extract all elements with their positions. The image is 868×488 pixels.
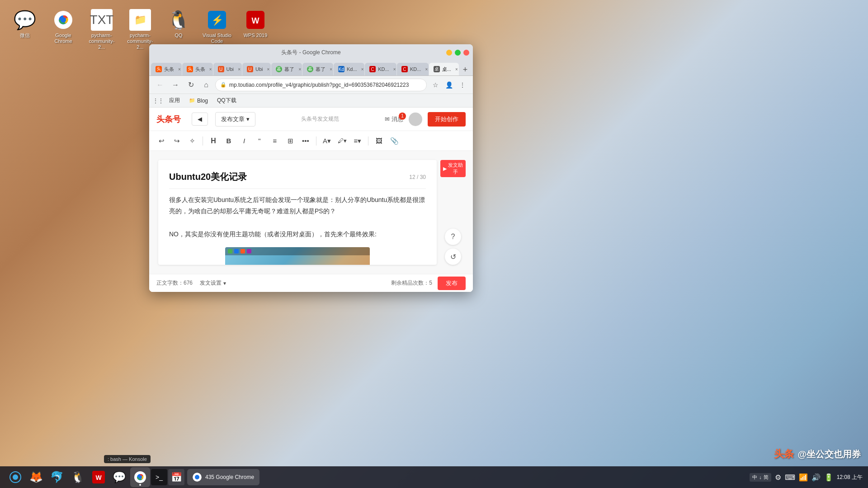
desktop-icon-pycharm1[interactable]: TXT pycharm-community-2... [86, 9, 118, 51]
svg-point-13 [138, 475, 142, 479]
tabs-bar: 头 头条 × 头 头条 × U Ubi × U Ubi × [149, 61, 473, 76]
forward-button[interactable]: → [169, 79, 182, 91]
bookmark-blog[interactable]: 📁 Blog [185, 97, 212, 105]
tab-7-favicon: Kd [338, 66, 344, 72]
messages-button[interactable]: ✉ 消息 1 [385, 115, 403, 123]
taskbar-app-qq[interactable]: 🐧 [68, 467, 88, 487]
editor-area: Ubuntu20美化记录 12 / 30 很多人在安装完Ubuntu系统之后可能… [149, 151, 473, 274]
desktop-icon-wechat[interactable]: 💬 微信 [9, 9, 41, 51]
heading-button[interactable]: H [207, 134, 220, 148]
tray-settings-icon[interactable]: ⚙ [775, 473, 781, 482]
start-create-button[interactable]: 开始创作 [428, 112, 466, 127]
bookmark-qqdownload[interactable]: QQ下载 [213, 96, 240, 105]
tab-2[interactable]: 头 头条 × [182, 63, 213, 75]
url-bar[interactable]: 🔒 mp.toutiao.com/profile_v4/graphic/publ… [215, 79, 427, 91]
home-button[interactable]: ⌂ [200, 79, 212, 91]
tab-8-close[interactable]: × [392, 66, 396, 72]
taskbar-app-system[interactable] [5, 467, 25, 487]
minimize-button[interactable] [446, 50, 452, 56]
taskbar-app-wps[interactable]: W [89, 467, 108, 487]
tab-7[interactable]: Kd Kd... × [334, 63, 364, 75]
article-body[interactable]: 很多人在安装完Ubuntu系统之后可能会发现一个现象就是：别人分享的Ubuntu… [169, 194, 426, 265]
publish-settings-btn[interactable]: 发文设置 ▾ [200, 279, 226, 287]
article-title-text: Ubuntu20美化记录 [169, 171, 247, 183]
ordered-list-button[interactable]: ⊞ [283, 134, 297, 148]
desktop-icon-chrome[interactable]: Google Chrome [47, 9, 79, 51]
back-button[interactable]: ← [154, 79, 166, 91]
tab-5-close[interactable]: × [297, 66, 302, 72]
system-clock[interactable]: 12:08 上午 [837, 474, 863, 481]
tab-7-close[interactable]: × [359, 66, 365, 72]
svg-point-2 [61, 17, 66, 23]
user-avatar[interactable] [409, 113, 422, 126]
tab-7-label: Kd... [347, 66, 357, 72]
highlight-button[interactable]: 🖊▾ [335, 134, 349, 148]
tab-10-close[interactable]: × [453, 66, 459, 72]
help-button[interactable]: ? [445, 229, 461, 245]
tab-2-close[interactable]: × [208, 66, 213, 72]
tab-9-close[interactable]: × [423, 66, 428, 72]
tab-1-close[interactable]: × [176, 66, 182, 72]
tab-6[interactable]: 暮 暮了 × [302, 63, 333, 75]
tab-3[interactable]: U Ubi × [213, 63, 242, 75]
menu-button[interactable]: ⋮ [457, 79, 468, 91]
bottom-bar-right: 剩余精品次数：5 发布 [391, 277, 466, 290]
tab-5-label: 暮了 [284, 66, 294, 73]
tab-10-active[interactable]: 桌 桌... × [429, 63, 459, 75]
unordered-list-button[interactable]: ≡ [268, 134, 282, 148]
quote-button[interactable]: " [253, 134, 266, 148]
desktop-icon-chrome-label: Google Chrome [47, 33, 79, 44]
italic-button[interactable]: I [237, 134, 251, 148]
close-button[interactable] [463, 50, 469, 56]
bold-button[interactable]: B [222, 134, 236, 148]
window-controls [446, 50, 469, 56]
align-button[interactable]: ≡▾ [351, 134, 364, 148]
tray-keyboard-icon[interactable]: ⌨ [785, 473, 795, 482]
publish-article-btn[interactable]: 发布文章 ▾ [215, 112, 255, 127]
taskbar-app-firefox[interactable]: 🦊 [26, 467, 46, 487]
publish-button[interactable]: 发布 [438, 277, 466, 290]
tray-volume-icon[interactable]: 🔊 [811, 473, 821, 482]
insert-image-button[interactable]: 🖼 [372, 134, 386, 148]
tab-6-close[interactable]: × [328, 66, 333, 72]
preview-dot-1 [228, 249, 232, 253]
more-button[interactable]: ••• [299, 134, 312, 148]
tab-3-close[interactable]: × [236, 66, 242, 72]
tab-4-close[interactable]: × [265, 66, 271, 72]
article-title: Ubuntu20美化记录 12 / 30 [169, 171, 426, 189]
feedback-button[interactable]: ↺ [445, 249, 461, 265]
tray-battery-icon[interactable]: 🔋 [824, 473, 833, 482]
tray-network-icon[interactable]: 📶 [799, 473, 808, 482]
toolbar-sep-1 [203, 136, 203, 145]
watermark: 头条 @坐公交也用券 [774, 447, 861, 461]
taskbar-app-chrome[interactable] [130, 467, 150, 487]
ime-extra: 简 [764, 474, 769, 481]
insert-file-button[interactable]: 📎 [387, 134, 401, 148]
taskbar-window-chrome[interactable]: 435 Google Chrome [187, 469, 259, 485]
maximize-button[interactable] [455, 50, 461, 56]
clear-format-button[interactable]: ✧ [185, 134, 199, 148]
tab-8[interactable]: C KD... × [365, 63, 396, 75]
redo-button[interactable]: ↪ [170, 134, 184, 148]
tab-4[interactable]: U Ubi × [242, 63, 271, 75]
new-tab-button[interactable]: + [459, 64, 471, 75]
bookmark-star-button[interactable]: ☆ [429, 79, 441, 91]
taskbar-app-wechat[interactable]: 💬 [109, 467, 129, 487]
fawenzhu-assistant-btn[interactable]: ▶ 发文助手 [440, 160, 466, 177]
tab-1[interactable]: 头 头条 × [151, 63, 182, 75]
tab-9[interactable]: C KD... × [397, 63, 429, 75]
font-color-button[interactable]: A▾ [320, 134, 334, 148]
taskbar-app-terminal[interactable]: >_ [151, 469, 167, 485]
bash-konsole-indicator[interactable]: : bash — Konsole [104, 455, 151, 463]
ime-indicator[interactable]: 中 ↓ 简 [750, 473, 771, 482]
refresh-button[interactable]: ↻ [184, 79, 197, 91]
taskbar-app-files[interactable]: 🐬 [47, 467, 67, 487]
back-arrow-btn[interactable]: ◀ [192, 113, 208, 126]
editor-main[interactable]: Ubuntu20美化记录 12 / 30 很多人在安装完Ubuntu系统之后可能… [158, 160, 437, 265]
account-button[interactable]: 👤 [443, 79, 455, 91]
undo-button[interactable]: ↩ [155, 134, 168, 148]
tab-5[interactable]: 暮 暮了 × [271, 63, 302, 75]
apps-grid-icon[interactable]: ⋮⋮ [153, 95, 164, 106]
bookmark-apps[interactable]: 应用 [165, 96, 184, 105]
taskbar-app-calendar[interactable]: 📅 [168, 469, 184, 485]
